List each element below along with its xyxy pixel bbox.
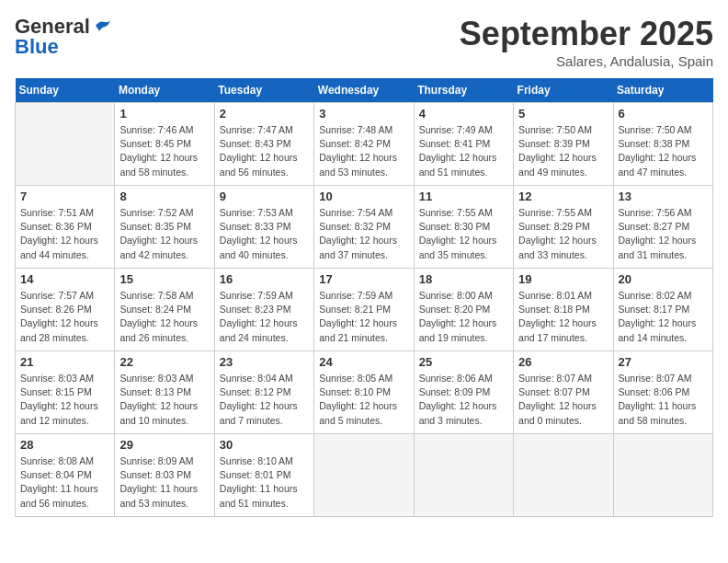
day-number: 22	[119, 355, 209, 369]
page-header: General Blue September 2025 Salares, And…	[15, 15, 713, 69]
day-cell: 27Sunrise: 8:07 AM Sunset: 8:06 PM Dayli…	[613, 351, 712, 434]
day-info: Sunrise: 8:05 AM Sunset: 8:10 PM Dayligh…	[319, 372, 408, 428]
day-number: 23	[220, 355, 309, 369]
day-cell: 8Sunrise: 7:52 AM Sunset: 8:35 PM Daylig…	[115, 186, 214, 269]
day-info: Sunrise: 8:03 AM Sunset: 8:15 PM Dayligh…	[20, 372, 109, 428]
day-number: 9	[220, 190, 309, 203]
day-cell	[613, 434, 712, 517]
week-row-3: 14Sunrise: 7:57 AM Sunset: 8:26 PM Dayli…	[16, 269, 713, 351]
calendar-table: SundayMondayTuesdayWednesdayThursdayFrid…	[15, 78, 713, 517]
day-info: Sunrise: 8:06 AM Sunset: 8:09 PM Dayligh…	[419, 372, 508, 428]
day-info: Sunrise: 7:47 AM Sunset: 8:43 PM Dayligh…	[220, 123, 309, 179]
month-title: September 2025	[460, 15, 713, 53]
col-header-friday: Friday	[514, 78, 613, 103]
day-info: Sunrise: 7:54 AM Sunset: 8:32 PM Dayligh…	[319, 206, 408, 262]
day-number: 20	[619, 272, 708, 286]
day-number: 10	[319, 190, 408, 203]
col-header-sunday: Sunday	[16, 78, 115, 103]
day-info: Sunrise: 8:08 AM Sunset: 8:04 PM Dayligh…	[20, 454, 109, 511]
day-info: Sunrise: 8:10 AM Sunset: 8:01 PM Dayligh…	[220, 454, 309, 511]
day-number: 29	[119, 438, 209, 452]
day-number: 8	[119, 190, 209, 203]
day-cell: 6Sunrise: 7:50 AM Sunset: 8:38 PM Daylig…	[613, 103, 712, 186]
day-info: Sunrise: 7:55 AM Sunset: 8:29 PM Dayligh…	[518, 206, 608, 262]
header-row: SundayMondayTuesdayWednesdayThursdayFrid…	[16, 78, 713, 103]
day-number: 21	[20, 355, 109, 369]
day-cell: 21Sunrise: 8:03 AM Sunset: 8:15 PM Dayli…	[16, 351, 115, 434]
day-cell	[514, 434, 613, 517]
week-row-1: 1Sunrise: 7:46 AM Sunset: 8:45 PM Daylig…	[16, 103, 713, 186]
day-cell: 3Sunrise: 7:48 AM Sunset: 8:42 PM Daylig…	[314, 103, 414, 186]
day-cell: 23Sunrise: 8:04 AM Sunset: 8:12 PM Dayli…	[214, 351, 313, 434]
week-row-5: 28Sunrise: 8:08 AM Sunset: 8:04 PM Dayli…	[16, 434, 713, 517]
col-header-monday: Monday	[115, 78, 214, 103]
day-cell: 17Sunrise: 7:59 AM Sunset: 8:21 PM Dayli…	[314, 269, 414, 351]
day-number: 27	[619, 355, 708, 369]
day-cell	[16, 103, 115, 186]
day-number: 28	[20, 438, 109, 452]
day-info: Sunrise: 7:50 AM Sunset: 8:38 PM Dayligh…	[619, 123, 708, 179]
location-subtitle: Salares, Andalusia, Spain	[460, 53, 713, 69]
day-info: Sunrise: 7:48 AM Sunset: 8:42 PM Dayligh…	[319, 123, 408, 179]
day-info: Sunrise: 7:59 AM Sunset: 8:21 PM Dayligh…	[319, 289, 408, 345]
day-number: 3	[319, 107, 408, 121]
day-number: 13	[619, 190, 708, 203]
day-info: Sunrise: 7:52 AM Sunset: 8:35 PM Dayligh…	[119, 206, 209, 262]
day-number: 17	[319, 272, 408, 286]
day-info: Sunrise: 7:58 AM Sunset: 8:24 PM Dayligh…	[119, 289, 209, 345]
day-number: 4	[419, 107, 508, 121]
day-info: Sunrise: 7:55 AM Sunset: 8:30 PM Dayligh…	[419, 206, 508, 262]
title-block: September 2025 Salares, Andalusia, Spain	[460, 15, 713, 69]
day-number: 2	[220, 107, 309, 121]
day-cell: 1Sunrise: 7:46 AM Sunset: 8:45 PM Daylig…	[115, 103, 214, 186]
day-info: Sunrise: 7:49 AM Sunset: 8:41 PM Dayligh…	[419, 123, 508, 179]
col-header-tuesday: Tuesday	[214, 78, 313, 103]
day-info: Sunrise: 8:09 AM Sunset: 8:03 PM Dayligh…	[119, 454, 209, 511]
day-info: Sunrise: 8:03 AM Sunset: 8:13 PM Dayligh…	[119, 372, 209, 428]
day-cell: 5Sunrise: 7:50 AM Sunset: 8:39 PM Daylig…	[514, 103, 613, 186]
day-info: Sunrise: 7:50 AM Sunset: 8:39 PM Dayligh…	[518, 123, 608, 179]
day-number: 24	[319, 355, 408, 369]
day-number: 1	[119, 107, 209, 121]
day-cell: 19Sunrise: 8:01 AM Sunset: 8:18 PM Dayli…	[514, 269, 613, 351]
day-info: Sunrise: 8:04 AM Sunset: 8:12 PM Dayligh…	[220, 372, 309, 428]
week-row-4: 21Sunrise: 8:03 AM Sunset: 8:15 PM Dayli…	[16, 351, 713, 434]
day-number: 26	[518, 355, 608, 369]
day-number: 7	[20, 190, 109, 203]
day-info: Sunrise: 8:07 AM Sunset: 8:07 PM Dayligh…	[518, 372, 608, 428]
day-cell: 25Sunrise: 8:06 AM Sunset: 8:09 PM Dayli…	[414, 351, 513, 434]
day-cell: 29Sunrise: 8:09 AM Sunset: 8:03 PM Dayli…	[115, 434, 214, 517]
day-cell: 2Sunrise: 7:47 AM Sunset: 8:43 PM Daylig…	[214, 103, 313, 186]
week-row-2: 7Sunrise: 7:51 AM Sunset: 8:36 PM Daylig…	[16, 186, 713, 269]
day-cell: 26Sunrise: 8:07 AM Sunset: 8:07 PM Dayli…	[514, 351, 613, 434]
day-info: Sunrise: 8:07 AM Sunset: 8:06 PM Dayligh…	[619, 372, 708, 428]
logo-bird-icon	[92, 18, 112, 33]
logo-blue: Blue	[15, 35, 59, 59]
day-info: Sunrise: 7:59 AM Sunset: 8:23 PM Dayligh…	[220, 289, 309, 345]
day-number: 14	[20, 272, 109, 286]
col-header-thursday: Thursday	[414, 78, 513, 103]
col-header-wednesday: Wednesday	[314, 78, 414, 103]
day-cell: 7Sunrise: 7:51 AM Sunset: 8:36 PM Daylig…	[16, 186, 115, 269]
day-number: 11	[419, 190, 508, 203]
day-cell: 24Sunrise: 8:05 AM Sunset: 8:10 PM Dayli…	[314, 351, 414, 434]
day-number: 18	[419, 272, 508, 286]
day-info: Sunrise: 7:56 AM Sunset: 8:27 PM Dayligh…	[619, 206, 708, 262]
day-number: 6	[619, 107, 708, 121]
day-info: Sunrise: 7:46 AM Sunset: 8:45 PM Dayligh…	[119, 123, 209, 179]
logo: General Blue	[15, 15, 112, 59]
day-number: 12	[518, 190, 608, 203]
day-cell: 9Sunrise: 7:53 AM Sunset: 8:33 PM Daylig…	[214, 186, 313, 269]
day-cell: 20Sunrise: 8:02 AM Sunset: 8:17 PM Dayli…	[613, 269, 712, 351]
day-info: Sunrise: 7:51 AM Sunset: 8:36 PM Dayligh…	[20, 206, 109, 262]
day-cell: 10Sunrise: 7:54 AM Sunset: 8:32 PM Dayli…	[314, 186, 414, 269]
day-number: 5	[518, 107, 608, 121]
day-cell: 18Sunrise: 8:00 AM Sunset: 8:20 PM Dayli…	[414, 269, 513, 351]
day-cell: 30Sunrise: 8:10 AM Sunset: 8:01 PM Dayli…	[214, 434, 313, 517]
day-number: 30	[220, 438, 309, 452]
day-cell: 4Sunrise: 7:49 AM Sunset: 8:41 PM Daylig…	[414, 103, 513, 186]
day-cell: 16Sunrise: 7:59 AM Sunset: 8:23 PM Dayli…	[214, 269, 313, 351]
day-info: Sunrise: 8:00 AM Sunset: 8:20 PM Dayligh…	[419, 289, 508, 345]
day-info: Sunrise: 8:02 AM Sunset: 8:17 PM Dayligh…	[619, 289, 708, 345]
day-cell: 28Sunrise: 8:08 AM Sunset: 8:04 PM Dayli…	[16, 434, 115, 517]
